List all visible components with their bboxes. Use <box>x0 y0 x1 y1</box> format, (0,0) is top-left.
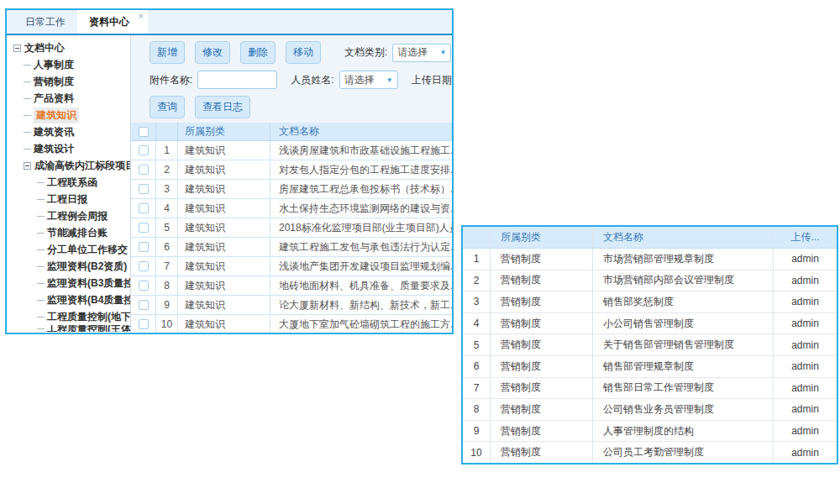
tree-connector <box>37 233 45 234</box>
tab-data-center[interactable]: 资料中心 × <box>77 10 148 34</box>
tree-item-building-news[interactable]: 建筑资讯 <box>7 123 130 140</box>
row-index: 5 <box>463 334 491 355</box>
tree-item-work-transfer[interactable]: 分工单位工作移交 <box>7 241 130 258</box>
row-checkbox[interactable] <box>139 165 149 175</box>
row-uploader: admin <box>774 421 837 442</box>
row-checkbox[interactable] <box>139 319 149 329</box>
document-category-select[interactable]: 请选择 ▼ <box>392 44 451 62</box>
row-index: 3 <box>463 291 491 312</box>
row-index: 9 <box>156 296 178 314</box>
tab-close-icon[interactable]: × <box>139 11 144 21</box>
tree-item-marketing-policy[interactable]: 营销制度 <box>7 73 130 90</box>
row-checkbox[interactable] <box>139 223 149 233</box>
tab-daily-work[interactable]: 日常工作 <box>13 10 77 34</box>
tree-item-product-docs[interactable]: 产品资料 <box>7 90 130 107</box>
person-name-select[interactable]: 请选择 ▼ <box>339 71 398 89</box>
tree-item-supervision-b3[interactable]: 监理资料(B3质量控制) <box>7 275 130 291</box>
table-row[interactable]: 4 建筑知识 水土保持生态环境监测网络的建设与资... <box>131 199 452 218</box>
view-log-button[interactable]: 查看日志 <box>195 96 250 118</box>
table-header-row: 所属别类 文档名称 上传... <box>463 227 837 249</box>
tree-item-hr-policy[interactable]: 人事制度 <box>7 56 130 73</box>
tree-item-energy-saving-ledger[interactable]: 节能减排台账 <box>7 224 130 241</box>
row-category: 建筑知识 <box>178 315 270 333</box>
row-category: 建筑知识 <box>178 199 270 218</box>
tree-connector <box>37 283 45 284</box>
row-index: 10 <box>463 442 491 463</box>
row-checkbox[interactable] <box>139 300 149 310</box>
select-all-checkbox[interactable] <box>139 127 149 137</box>
delete-button[interactable]: 删除 <box>240 41 276 64</box>
tree-item-building-knowledge-selected[interactable]: 建筑知识 <box>7 107 130 123</box>
row-uploader: admin <box>774 378 837 399</box>
marketing-policy-table: 所属别类 文档名称 上传... 1 营销制度 市场营销部管理规章制度 admin… <box>463 227 837 463</box>
row-uploader: admin <box>774 249 837 270</box>
attachment-name-label: 附件名称: <box>150 73 192 87</box>
tree-item-supervision-b4[interactable]: 监理资料(B4质量控制) <box>7 291 130 308</box>
marketing-policy-table-window: 所属别类 文档名称 上传... 1 营销制度 市场营销部管理规章制度 admin… <box>461 225 838 465</box>
row-doc-name: 房屋建筑工程总承包投标书（技术标）... <box>270 180 452 198</box>
row-uploader: admin <box>774 356 837 377</box>
table-row[interactable]: 10 营销制度 公司员工考勤管理制度 admin <box>463 442 837 463</box>
tree-connector <box>37 300 45 301</box>
table-row[interactable]: 8 营销制度 公司销售业务员管理制度 admin <box>463 399 837 421</box>
move-button[interactable]: 移动 <box>286 41 321 64</box>
table-row[interactable]: 9 营销制度 人事管理制度的结构 admin <box>463 421 837 443</box>
row-checkbox[interactable] <box>139 261 149 271</box>
tree-connector <box>37 216 45 217</box>
row-index: 6 <box>463 356 491 377</box>
tree-item-document-center[interactable]: 文档中心 <box>7 39 130 56</box>
row-index: 2 <box>156 160 178 179</box>
table-row[interactable]: 5 营销制度 关于销售部管理销售管理制度 admin <box>463 334 837 356</box>
row-index: 1 <box>156 141 178 160</box>
row-checkbox[interactable] <box>139 242 149 252</box>
document-category-label: 文档类别: <box>344 45 387 60</box>
collapse-icon[interactable] <box>24 162 31 170</box>
person-name-label: 人员姓名: <box>291 73 333 87</box>
tree-item-project-contact-letter[interactable]: 工程联系函 <box>7 174 130 191</box>
row-checkbox[interactable] <box>139 145 149 155</box>
row-category: 营销制度 <box>491 399 593 420</box>
attachment-name-input[interactable] <box>197 71 277 89</box>
table-row[interactable]: 5 建筑知识 2018标准化监理项目部(业主项目部)人员... <box>131 218 452 238</box>
row-uploader: admin <box>774 399 837 420</box>
table-row[interactable]: 3 营销制度 销售部奖惩制度 admin <box>463 291 837 313</box>
table-row[interactable]: 1 营销制度 市场营销部管理规章制度 admin <box>463 249 837 270</box>
tab-data-center-label: 资料中心 <box>89 15 129 29</box>
row-doc-name: 浅谈房屋建筑和市政基础设施工程施工... <box>270 141 452 160</box>
table-row[interactable]: 10 建筑知识 大厦地下室加气砼墙砌筑工程的施工方... <box>131 315 452 334</box>
table-row[interactable]: 7 建筑知识 浅谈地产集团开发建设项目监理规划编... <box>131 257 452 276</box>
table-row[interactable]: 2 营销制度 市场营销部内部会议管理制度 admin <box>463 270 837 292</box>
row-checkbox[interactable] <box>139 184 149 194</box>
query-button[interactable]: 查询 <box>150 96 185 118</box>
tree-item-building-design[interactable]: 建筑设计 <box>7 140 130 157</box>
table-row[interactable]: 2 建筑知识 对发包人指定分包的工程施工进度安排... <box>131 160 452 180</box>
row-doc-name: 浅谈地产集团开发建设项目监理规划编... <box>270 257 452 276</box>
row-uploader: admin <box>774 334 837 355</box>
tree-item-quality-control-basement[interactable]: 工程质量控制(地下室) <box>7 308 130 325</box>
table-row[interactable]: 9 建筑知识 论大厦新材料、新结构、新技术，新工... <box>131 296 452 315</box>
filter-row: 附件名称: 人员姓名: 请选择 ▼ 上传日期 <box>150 71 452 89</box>
filter-panel: 新增 修改 删除 移动 文档类别: 请选择 ▼ 文档 附件名称: <box>131 35 452 123</box>
table-row[interactable]: 6 建筑知识 建筑工程施工发包与承包违法行为认定... <box>131 238 452 257</box>
add-button[interactable]: 新增 <box>150 41 185 64</box>
row-checkbox[interactable] <box>139 203 149 213</box>
table-row[interactable]: 8 建筑知识 地砖地面材料、机具准备、质量要求及... <box>131 276 452 296</box>
row-doc-name: 建筑工程施工发包与承包违法行为认定... <box>270 238 452 256</box>
table-row[interactable]: 6 营销制度 销售部管理规章制度 admin <box>463 356 837 378</box>
table-row[interactable]: 4 营销制度 小公司销售管理制度 admin <box>463 313 837 335</box>
edit-button[interactable]: 修改 <box>195 41 230 64</box>
row-checkbox[interactable] <box>139 281 149 291</box>
tree-item-supervision-b2[interactable]: 监理资料(B2资质) <box>7 258 130 275</box>
tree-item-clipped[interactable]: 工程质量控制(主体) <box>7 325 130 332</box>
tree-item-railway-project[interactable]: 成渝高铁内江标段项目 <box>7 157 130 174</box>
table-row[interactable]: 3 建筑知识 房屋建筑工程总承包投标书（技术标）... <box>131 180 452 199</box>
collapse-icon[interactable] <box>13 45 21 52</box>
table-row[interactable]: 1 建筑知识 浅谈房屋建筑和市政基础设施工程施工... <box>131 141 452 160</box>
tree-item-project-weekly-report[interactable]: 工程例会周报 <box>7 207 130 224</box>
table-row[interactable]: 7 营销制度 销售部日常工作管理制度 admin <box>463 378 837 400</box>
document-table: 所属别类 文档名称 1 建筑知识 浅谈房屋建筑和市政基础设施工程施工... 2 … <box>131 123 452 334</box>
row-category: 建筑知识 <box>178 218 270 237</box>
tree-item-project-daily-report[interactable]: 工程日报 <box>7 191 130 207</box>
row-category: 建筑知识 <box>178 296 270 314</box>
row-category: 营销制度 <box>491 249 593 270</box>
